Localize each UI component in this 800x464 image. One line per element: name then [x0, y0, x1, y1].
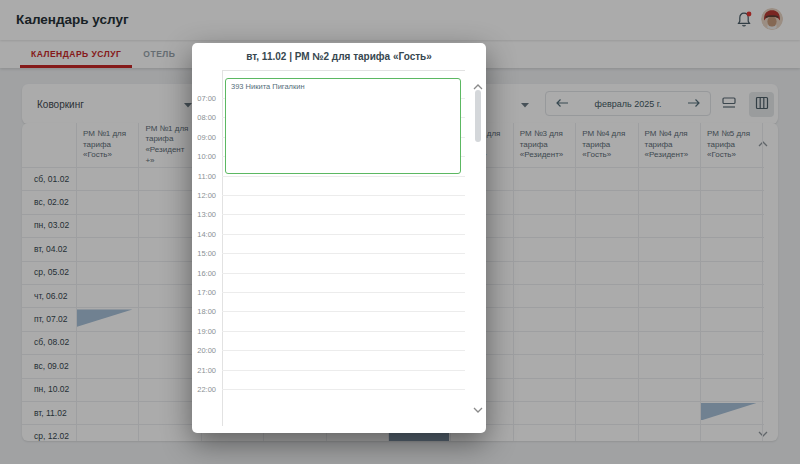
hour-label: 07:00	[192, 94, 216, 103]
hour-line	[222, 370, 465, 371]
hour-label: 09:00	[192, 133, 216, 142]
hour-line	[222, 331, 465, 332]
hour-label: 21:00	[192, 366, 216, 375]
hour-label: 15:00	[192, 249, 216, 258]
hour-line	[222, 389, 465, 390]
hour-label: 20:00	[192, 346, 216, 355]
hour-label: 13:00	[192, 210, 216, 219]
hour-line	[222, 253, 465, 254]
hour-label: 08:00	[192, 113, 216, 122]
day-detail-modal: вт, 11.02 | РМ №2 для тарифа «Гость» 07:…	[192, 43, 486, 433]
hour-label: 12:00	[192, 191, 216, 200]
booking-event-label: 393 Никита Пигалкин	[231, 82, 305, 91]
hour-label: 14:00	[192, 230, 216, 239]
grid-line	[222, 70, 465, 71]
hour-line	[222, 273, 465, 274]
hour-line	[222, 292, 465, 293]
hour-label: 18:00	[192, 307, 216, 316]
modal-scrollbar-thumb[interactable]	[475, 90, 481, 142]
modal-title: вт, 11.02 | РМ №2 для тарифа «Гость»	[192, 43, 486, 70]
hour-line	[222, 176, 465, 177]
hour-line	[222, 234, 465, 235]
hour-label: 19:00	[192, 327, 216, 336]
chevron-down-icon	[473, 401, 483, 416]
hour-label: 17:00	[192, 288, 216, 297]
hour-line	[222, 214, 465, 215]
hour-line	[222, 195, 465, 196]
hour-label: 11:00	[192, 172, 216, 181]
hour-line	[222, 311, 465, 312]
grid-line	[222, 70, 223, 426]
hour-label: 10:00	[192, 152, 216, 161]
booking-event[interactable]: 393 Никита Пигалкин	[225, 78, 461, 174]
hour-label: 16:00	[192, 269, 216, 278]
hour-label: 22:00	[192, 385, 216, 394]
modal-scroll-down-button[interactable]	[473, 401, 483, 416]
hour-line	[222, 350, 465, 351]
